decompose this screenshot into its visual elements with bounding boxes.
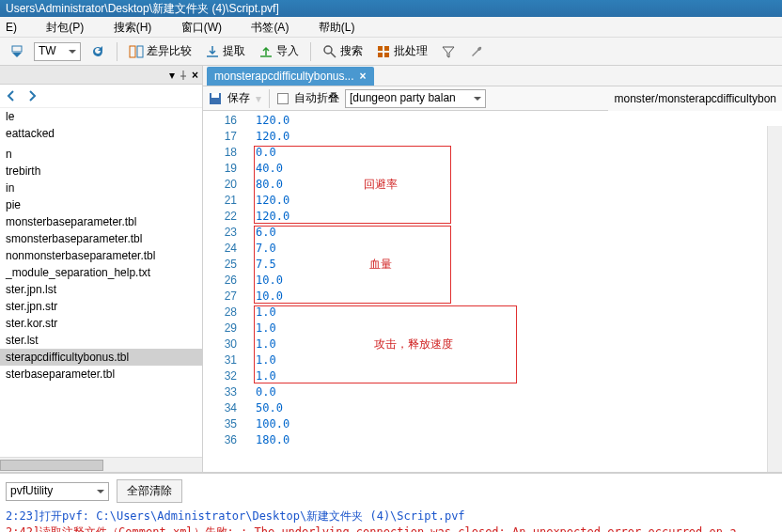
svg-rect-5: [384, 46, 389, 51]
file-list-item[interactable]: ster.jpn.lst: [0, 281, 202, 298]
file-list-item[interactable]: le: [0, 108, 202, 125]
clear-button[interactable]: 全部清除: [117, 479, 182, 503]
file-list-item[interactable]: ster.lst: [0, 332, 202, 349]
file-path-label: monster/monsterapcdifficultybon: [608, 86, 782, 111]
code-line[interactable]: 6.0: [244, 225, 782, 241]
editor-pane: monsterapcdifficultybonus... × 保存 ▾ 自动折叠…: [203, 66, 782, 472]
file-list-item[interactable]: _module_separation_help.txt: [0, 264, 202, 281]
editor-vscroll[interactable]: [767, 126, 782, 472]
tab-row: monsterapcdifficultybonus... ×: [203, 66, 782, 86]
svg-point-3: [324, 46, 332, 54]
import-button[interactable]: 导入: [255, 41, 303, 61]
svg-rect-1: [130, 46, 135, 57]
sidebar: ▾ × leeattackedntrebirthinpiemonsterbase…: [0, 66, 203, 472]
toolbar-dropdown-icon[interactable]: [6, 42, 28, 61]
svg-rect-6: [378, 53, 383, 57]
nav-back-icon[interactable]: [4, 88, 19, 103]
output-source-combo[interactable]: pvfUtility: [6, 482, 109, 501]
svg-rect-7: [384, 53, 389, 57]
menu-bar: E) 封包(P) 搜索(H) 窗口(W) 书签(A) 帮助(L): [0, 17, 782, 38]
file-list-item[interactable]: trebirth: [0, 163, 202, 180]
file-list-item[interactable]: ster.kor.str: [0, 315, 202, 332]
close-icon[interactable]: ×: [192, 69, 198, 82]
code-area[interactable]: 1617181920212223242526272829303132333435…: [203, 111, 782, 472]
title-path: Users\Administrator\Desktop\新建文件夹 (4)\Sc…: [6, 2, 279, 15]
svg-rect-4: [378, 46, 383, 51]
code-line[interactable]: 1.0: [244, 368, 782, 384]
code-line[interactable]: 100.0: [244, 416, 782, 432]
save-label[interactable]: 保存: [227, 90, 250, 106]
sidebar-toolbar: [0, 85, 202, 108]
code-line[interactable]: 120.0: [244, 209, 782, 225]
log-line: 2:42]读取注释文件（Comment.xml）失败: : The underl…: [6, 524, 776, 532]
code-line[interactable]: 50.0: [244, 400, 782, 416]
diff-compare-button[interactable]: 差异比较: [125, 41, 196, 61]
file-list-item[interactable]: in: [0, 180, 202, 196]
svg-rect-2: [137, 46, 143, 57]
svg-rect-0: [12, 46, 22, 52]
line-gutter: 1617181920212223242526272829303132333435…: [203, 111, 244, 472]
search-button[interactable]: 搜索: [319, 41, 367, 61]
code-line[interactable]: 1.0: [244, 336, 782, 352]
save-icon[interactable]: [209, 92, 222, 105]
code-line[interactable]: 1.0: [244, 352, 782, 368]
file-list-item[interactable]: n: [0, 146, 202, 163]
log-area: 2:23]打开pvf: C:\Users\Administrator\Deskt…: [0, 509, 782, 532]
code-line[interactable]: 7.5: [244, 257, 782, 273]
nav-fwd-icon[interactable]: [24, 88, 39, 103]
autofold-label: 自动折叠: [294, 90, 339, 106]
svg-rect-9: [211, 93, 219, 98]
menu-item[interactable]: 窗口(W): [181, 21, 235, 34]
batch-button[interactable]: 批处理: [372, 41, 431, 61]
code-line[interactable]: 120.0: [244, 193, 782, 209]
log-line: 2:23]打开pvf: C:\Users\Administrator\Deskt…: [6, 509, 776, 524]
file-list-item[interactable]: sterbaseparameter.tbl: [0, 366, 202, 383]
file-list: leeattackedntrebirthinpiemonsterbasepara…: [0, 108, 202, 457]
output-panel: pvfUtility 全部清除 2:23]打开pvf: C:\Users\Adm…: [0, 472, 782, 532]
editor-tab[interactable]: monsterapcdifficultybonus... ×: [207, 67, 374, 86]
code-line[interactable]: 40.0: [244, 161, 782, 177]
window-title-bar: Users\Administrator\Desktop\新建文件夹 (4)\Sc…: [0, 0, 782, 17]
sidebar-hscroll[interactable]: [0, 457, 202, 472]
code-line[interactable]: 10.0: [244, 273, 782, 289]
file-list-item[interactable]: ster.jpn.str: [0, 298, 202, 315]
code-text[interactable]: 120.0120.00.040.080.0120.0120.06.07.07.5…: [244, 111, 782, 472]
file-list-item[interactable]: nonmonsterbaseparameter.tbl: [0, 247, 202, 264]
tab-label: monsterapcdifficultybonus...: [214, 70, 354, 83]
filter-icon[interactable]: [437, 42, 460, 61]
file-list-item[interactable]: eattacked: [0, 125, 202, 142]
section-combo[interactable]: [dungeon party balan: [345, 89, 486, 108]
dropdown-icon[interactable]: ▾: [169, 69, 175, 82]
extract-button[interactable]: 提取: [201, 41, 249, 61]
code-line[interactable]: 180.0: [244, 432, 782, 448]
code-line[interactable]: 120.0: [244, 129, 782, 145]
code-line[interactable]: 80.0: [244, 177, 782, 193]
code-line[interactable]: 0.0: [244, 145, 782, 161]
file-list-item[interactable]: sterapcdifficultybonus.tbl: [0, 349, 202, 366]
menu-item[interactable]: 帮助(L): [319, 21, 368, 34]
main-toolbar: TW 差异比较 提取 导入 搜索 批处理: [0, 38, 782, 66]
code-line[interactable]: 1.0: [244, 321, 782, 336]
autofold-checkbox[interactable]: [277, 93, 289, 104]
pin-icon[interactable]: [179, 70, 188, 80]
file-list-item[interactable]: monsterbaseparameter.tbl: [0, 213, 202, 230]
code-line[interactable]: 1.0: [244, 305, 782, 321]
output-toolbar: pvfUtility 全部清除: [0, 474, 782, 509]
code-line[interactable]: 10.0: [244, 289, 782, 305]
code-line[interactable]: 120.0: [244, 113, 782, 129]
language-combo[interactable]: TW: [34, 42, 81, 61]
code-line[interactable]: 7.0: [244, 241, 782, 257]
wrench-icon[interactable]: [465, 42, 488, 61]
refresh-icon[interactable]: [86, 42, 109, 61]
menu-item[interactable]: 搜索(H): [114, 21, 165, 34]
sidebar-header: ▾ ×: [0, 66, 202, 85]
menu-item[interactable]: 封包(P): [46, 21, 97, 34]
file-list-item[interactable]: pie: [0, 196, 202, 213]
file-list-item[interactable]: smonsterbaseparameter.tbl: [0, 230, 202, 247]
menu-item[interactable]: 书签(A): [251, 21, 302, 34]
menu-item[interactable]: E): [6, 21, 30, 34]
code-line[interactable]: 0.0: [244, 384, 782, 400]
tab-close-icon[interactable]: ×: [360, 70, 367, 83]
